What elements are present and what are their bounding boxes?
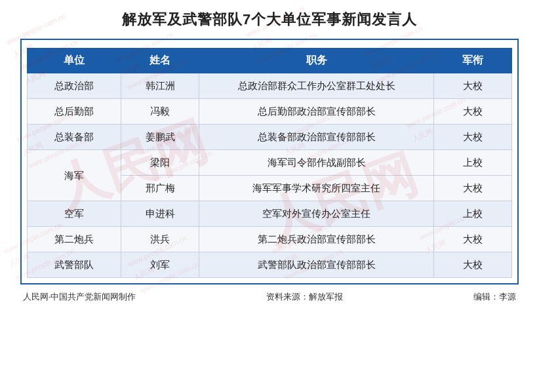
page-title: 解放军及武警部队7个大单位军事新闻发言人 <box>20 10 519 29</box>
cell-rank: 上校 <box>433 201 511 227</box>
table-header-row: 单位 姓名 职务 军衔 <box>28 49 512 73</box>
cell-unit: 总后勤部 <box>28 99 121 125</box>
cell-title: 总后勤部政治部宣传部部长 <box>199 99 434 125</box>
cell-unit: 武警部队 <box>28 252 121 278</box>
footer-producer: 人民网·中国共产党新闻网制作 <box>23 291 136 303</box>
cell-name: 梁阳 <box>121 150 199 176</box>
cell-name: 刘军 <box>121 252 199 278</box>
cell-title: 总政治部群众工作办公室群工处处长 <box>199 73 434 99</box>
cell-title: 空军对外宣传办公室主任 <box>199 201 434 227</box>
cell-rank: 大校 <box>433 99 511 125</box>
footer-source: 资料来源：解放军报 <box>266 291 343 303</box>
cell-name: 申进科 <box>121 201 199 227</box>
table-row: 总装备部 姜鹏武 总装备部政治部宣传部部长 大校 <box>28 125 512 150</box>
cell-name: 姜鹏武 <box>121 125 199 150</box>
table-row: 海军 梁阳 海军司令部作战副部长 上校 <box>28 150 512 176</box>
cell-name: 韩江洲 <box>121 73 199 99</box>
footer-editor: 编辑：李源 <box>473 291 516 303</box>
cell-rank: 大校 <box>433 73 511 99</box>
header-title: 职务 <box>199 49 434 73</box>
main-table: 单位 姓名 职务 军衔 总政治部 韩江洲 总政治部群众工作办公室群工处处长 大校… <box>27 48 512 278</box>
cell-rank: 大校 <box>433 252 511 278</box>
cell-unit: 第二炮兵 <box>28 227 121 252</box>
table-row: 总后勤部 冯毅 总后勤部政治部宣传部部长 大校 <box>28 99 512 125</box>
footer: 人民网·中国共产党新闻网制作 资料来源：解放军报 编辑：李源 <box>20 291 519 303</box>
header-name: 姓名 <box>121 49 199 73</box>
cell-rank: 大校 <box>433 227 511 252</box>
cell-title: 海军军事学术研究所四室主任 <box>199 176 434 201</box>
cell-title: 武警部队政治部宣传部部长 <box>199 252 434 278</box>
cell-rank: 大校 <box>433 125 511 150</box>
cell-unit: 空军 <box>28 201 121 227</box>
header-unit: 单位 <box>28 49 121 73</box>
cell-rank: 上校 <box>433 150 511 176</box>
cell-rank: 大校 <box>433 176 511 201</box>
table-row: 武警部队 刘军 武警部队政治部宣传部部长 大校 <box>28 252 512 278</box>
cell-name: 邢广梅 <box>121 176 199 201</box>
table-row: 空军 申进科 空军对外宣传办公室主任 上校 <box>28 201 512 227</box>
cell-title: 第二炮兵政治部宣传部部长 <box>199 227 434 252</box>
cell-name: 冯毅 <box>121 99 199 125</box>
cell-title: 海军司令部作战副部长 <box>199 150 434 176</box>
cell-name: 洪兵 <box>121 227 199 252</box>
cell-unit: 总政治部 <box>28 73 121 99</box>
header-rank: 军衔 <box>433 49 511 73</box>
table-row: 第二炮兵 洪兵 第二炮兵政治部宣传部部长 大校 <box>28 227 512 252</box>
table-row: 总政治部 韩江洲 总政治部群众工作办公室群工处处长 大校 <box>28 73 512 99</box>
cell-title: 总装备部政治部宣传部部长 <box>199 125 434 150</box>
cell-unit: 海军 <box>28 150 121 201</box>
cell-unit: 总装备部 <box>28 125 121 150</box>
